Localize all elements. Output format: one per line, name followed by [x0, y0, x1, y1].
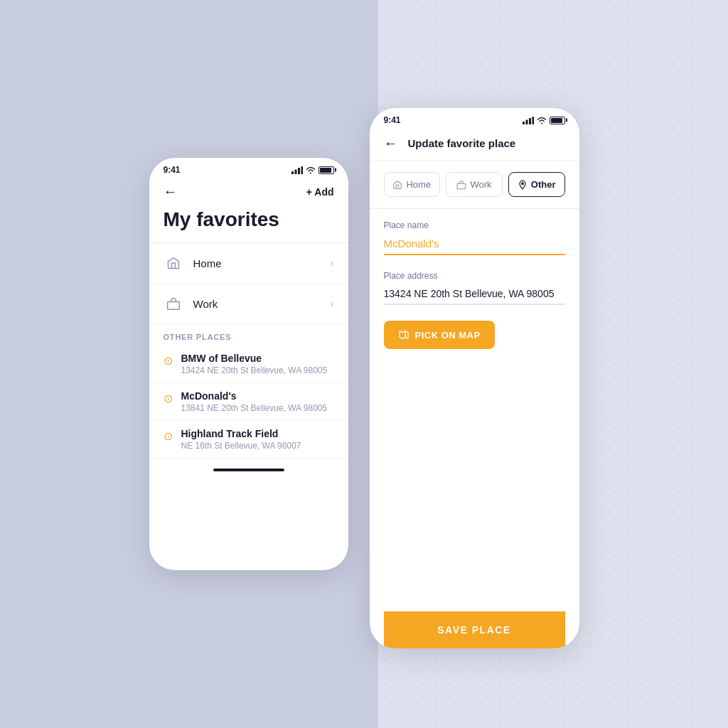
list-item-home[interactable]: Home ›: [149, 243, 348, 284]
mcdonalds-address: 13841 NE 20th St Bellevue, WA 98005: [181, 403, 328, 413]
section-label-other: OTHER PLACES: [149, 324, 348, 346]
work-icon: [164, 294, 183, 314]
svg-point-12: [521, 182, 523, 184]
map-icon: [398, 329, 410, 341]
tab-other-label: Other: [531, 179, 556, 190]
home-label: Home: [193, 257, 331, 269]
status-icons-left: [291, 166, 334, 174]
svg-rect-8: [529, 118, 531, 124]
place-address-input[interactable]: [384, 284, 565, 305]
wifi-icon: [306, 166, 316, 174]
battery-icon-left: [318, 166, 334, 174]
home-icon: [164, 253, 183, 273]
svg-rect-7: [525, 119, 528, 124]
tab-other[interactable]: Other: [508, 172, 565, 197]
place-name-input[interactable]: [384, 233, 565, 255]
bmw-name: BMW of Bellevue: [181, 353, 328, 364]
svg-rect-11: [458, 183, 466, 189]
svg-rect-1: [294, 169, 296, 174]
time-right: 9:41: [384, 115, 401, 125]
svg-rect-9: [532, 117, 534, 124]
svg-rect-2: [298, 168, 300, 174]
pick-map-label: PICK ON MAP: [415, 330, 481, 341]
svg-point-10: [541, 122, 542, 124]
add-button[interactable]: + Add: [306, 186, 334, 198]
status-icons-right: [523, 117, 565, 124]
list-item-bmw[interactable]: ⊙ BMW of Bellevue 13424 NE 20th St Belle…: [149, 346, 348, 383]
bmw-address: 13424 NE 20th St Bellevue, WA 98005: [181, 365, 328, 375]
highland-name: Highland Track Field: [181, 428, 301, 439]
work-label: Work: [193, 298, 331, 310]
home-chevron: ›: [331, 257, 334, 269]
back-button-left[interactable]: ←: [164, 183, 178, 200]
back-button-right[interactable]: ←: [384, 135, 398, 151]
form-section: Place name Place address PICK ON MAP: [370, 220, 579, 349]
svg-point-4: [310, 172, 311, 173]
wifi-icon-right: [537, 117, 547, 124]
scene: 9:41 ← + Add: [0, 0, 728, 728]
pin-icon-bmw: ⊙: [164, 354, 173, 368]
work-chevron: ›: [331, 298, 334, 309]
tab-work-icon: [456, 180, 466, 190]
divider-tabs: [370, 208, 579, 209]
place-name-label: Place name: [384, 220, 565, 230]
update-title: Update favorite place: [408, 137, 516, 149]
svg-rect-6: [523, 122, 525, 124]
pick-map-section: PICK ON MAP: [384, 321, 565, 349]
type-tabs-container: Home Work Other: [370, 161, 579, 208]
save-bar: SAVE PLACE: [370, 611, 579, 648]
home-indicator-left: [213, 469, 284, 471]
tab-work[interactable]: Work: [446, 172, 503, 197]
pin-icon-mcdonalds: ⊙: [164, 392, 173, 405]
svg-rect-5: [167, 302, 179, 310]
svg-rect-3: [301, 166, 303, 174]
pin-icon-highland: ⊙: [164, 429, 173, 443]
status-bar-left: 9:41: [149, 158, 348, 178]
place-address-label: Place address: [384, 271, 565, 281]
battery-icon-right: [550, 117, 565, 124]
tab-home[interactable]: Home: [384, 172, 441, 197]
signal-icon: [291, 166, 303, 174]
svg-rect-0: [291, 171, 294, 174]
phone-favorites: 9:41 ← + Add: [149, 158, 348, 570]
save-place-button[interactable]: SAVE PLACE: [384, 611, 565, 648]
mcdonalds-name: McDonald's: [181, 390, 328, 402]
list-item-mcdonalds[interactable]: ⊙ McDonald's 13841 NE 20th St Bellevue, …: [149, 383, 348, 421]
phone-update: 9:41 ← Update favorite place: [370, 108, 579, 648]
page-title-favorites: My favorites: [149, 208, 348, 242]
bmw-info: BMW of Bellevue 13424 NE 20th St Bellevu…: [181, 353, 328, 375]
signal-icon-right: [523, 117, 534, 124]
phone-header-left: ← + Add: [149, 178, 348, 208]
tab-home-icon: [392, 180, 402, 190]
tab-work-label: Work: [470, 179, 491, 190]
update-header: ← Update favorite place: [370, 128, 579, 161]
list-item-highland[interactable]: ⊙ Highland Track Field NE 16th St Bellev…: [149, 421, 348, 459]
highland-address: NE 16th St Bellevue, WA 98007: [181, 441, 301, 451]
highland-info: Highland Track Field NE 16th St Bellevue…: [181, 428, 301, 451]
pick-on-map-button[interactable]: PICK ON MAP: [384, 321, 495, 349]
mcdonalds-info: McDonald's 13841 NE 20th St Bellevue, WA…: [181, 390, 328, 413]
status-bar-right: 9:41: [370, 108, 579, 128]
list-item-work[interactable]: Work ›: [149, 284, 348, 324]
tab-other-icon: [518, 180, 528, 190]
tab-home-label: Home: [406, 179, 431, 190]
time-left: 9:41: [164, 165, 181, 175]
